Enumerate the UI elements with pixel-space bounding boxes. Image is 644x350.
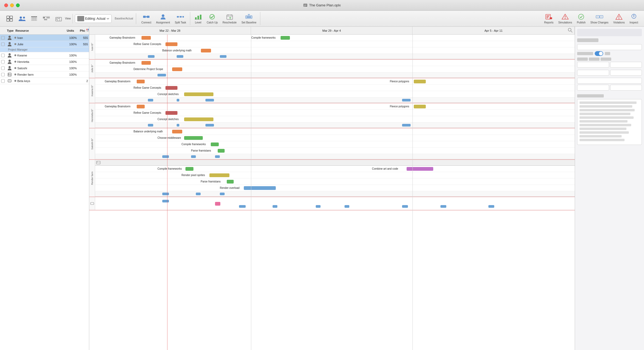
concept-sketches-bar-kwame xyxy=(184,92,213,96)
rp-field-2b[interactable] xyxy=(610,62,642,68)
svg-rect-5 xyxy=(10,16,13,18)
svg-rect-52 xyxy=(550,17,552,19)
gantt-area: Mar 22 - Mar 28 Mar 29 - Apr 4 Apr 5 - A… xyxy=(89,27,575,350)
close-button[interactable] xyxy=(4,3,8,7)
henrietta-checkbox[interactable] xyxy=(0,60,6,64)
henrietta-units: 100% xyxy=(65,60,78,63)
header-phc: Phc xyxy=(76,29,86,32)
header-bar xyxy=(86,28,89,34)
resource-row-ivan[interactable]: Ivan 100% 555 xyxy=(0,35,89,41)
rp-field-5b[interactable] xyxy=(610,85,642,91)
ivan-section-label: Ivan Đ° xyxy=(89,35,95,59)
svg-rect-70 xyxy=(1,36,5,39)
connect-button[interactable]: Connect xyxy=(139,12,153,25)
level-label: Level xyxy=(195,21,201,24)
violations-button[interactable]: Violations xyxy=(611,12,627,25)
satoshi-checkbox[interactable] xyxy=(0,66,6,70)
balance-math-bar-ivan xyxy=(201,49,211,52)
svg-rect-10 xyxy=(31,16,37,17)
rp-field-2a[interactable] xyxy=(577,62,609,68)
rp-field-3b[interactable] xyxy=(610,70,642,76)
reports-button[interactable]: Reports xyxy=(542,12,556,25)
ivan-name: Ivan xyxy=(13,36,65,39)
set-baseline-button[interactable]: Set Baseline xyxy=(239,12,258,25)
toolbar: View Editing: Actual Baseline/Actual Con… xyxy=(0,11,644,27)
rp-field-4[interactable] xyxy=(577,78,642,84)
svg-rect-69 xyxy=(87,31,89,31)
satoshi-row-1: Balance underlying math xyxy=(95,128,575,135)
ivan-section: Ivan Đ° Gameplay Brainstorm Compile fram… xyxy=(89,35,575,60)
window-controls[interactable] xyxy=(4,3,20,7)
split-task-button[interactable]: Split Task xyxy=(173,12,188,25)
rp-field-1[interactable] xyxy=(577,44,642,50)
parse-framistans-bar-satoshi xyxy=(218,149,225,153)
resource-row-betakeys[interactable]: Beta keys 2 xyxy=(0,78,89,84)
resource-row-julie[interactable]: Julie 100% 555 xyxy=(0,41,89,47)
renderfarm-checkbox[interactable] xyxy=(0,73,6,76)
betakeys-checkbox[interactable] xyxy=(0,79,6,83)
titlebar: The Game Plan.oplx xyxy=(0,0,644,11)
reschedule-button[interactable]: Reschedule xyxy=(220,12,239,25)
view-map-button[interactable] xyxy=(53,14,64,23)
catch-up-button[interactable]: Catch Up xyxy=(205,12,220,25)
reschedule-label: Reschedule xyxy=(222,21,237,24)
julie-subtitle: Project Manager xyxy=(0,47,89,52)
kwame-checkbox[interactable] xyxy=(0,54,6,57)
assignment-button[interactable]: Assignment xyxy=(154,12,172,25)
svg-rect-21 xyxy=(56,18,57,19)
ivan-checkbox[interactable] xyxy=(0,36,6,40)
betakeys-phc: 2 xyxy=(78,79,89,83)
svg-rect-50 xyxy=(546,17,549,17)
resource-row-renderfarm[interactable]: Render farm 100% xyxy=(0,71,89,78)
rp-toggle-1 xyxy=(577,51,642,56)
svg-point-56 xyxy=(578,14,584,19)
rp-field-5a[interactable] xyxy=(577,85,609,91)
view-timeline-button[interactable] xyxy=(40,14,52,23)
renderfarm-overalloc-row xyxy=(95,191,575,197)
svg-rect-29 xyxy=(177,16,179,17)
minimize-button[interactable] xyxy=(10,3,14,7)
renderfarm-row-3: Parse framistans xyxy=(95,178,575,185)
svg-rect-74 xyxy=(1,54,5,57)
publish-label: Publish xyxy=(577,21,586,24)
satoshi-row-3: Compile frameworks xyxy=(95,141,575,148)
inspect-button[interactable]: Inspect xyxy=(627,12,640,25)
toggle-switch-1[interactable] xyxy=(595,51,603,56)
henrietta-row-2: Refine Game Concepts xyxy=(95,110,575,116)
view-people-button[interactable] xyxy=(16,14,28,23)
satoshi-section: Satoshi Đ° Balance underlying math Choos… xyxy=(89,128,575,160)
maximize-button[interactable] xyxy=(16,3,20,7)
rp-top-selector[interactable] xyxy=(577,29,642,36)
rp-label-1 xyxy=(577,38,598,42)
renderfarm-row-4: Render overload xyxy=(95,185,575,191)
julie-checkbox[interactable] xyxy=(0,42,6,46)
reports-label: Reports xyxy=(544,21,553,24)
henrietta-row-1: Gameplay Brainstorm Fleece polygons xyxy=(95,103,575,110)
svg-rect-16 xyxy=(43,17,45,18)
svg-rect-92 xyxy=(96,161,100,164)
editing-mode-label: Editing: Actual xyxy=(85,17,106,21)
simulations-button[interactable]: Simulations xyxy=(556,12,574,25)
resource-row-satoshi[interactable]: Satoshi 100% xyxy=(0,65,89,71)
rp-field-3a[interactable] xyxy=(577,70,609,76)
svg-rect-3 xyxy=(304,6,306,6)
choose-middleware-bar xyxy=(184,136,203,140)
svg-rect-86 xyxy=(1,79,5,83)
gameplay-brainstorm-bar-henrietta xyxy=(137,105,145,108)
view-table-button[interactable] xyxy=(28,14,40,23)
renderfarm-icon-row xyxy=(95,160,575,166)
resource-row-kwame[interactable]: Kwame 100% xyxy=(0,52,89,59)
satoshi-row-2: Choose middleware xyxy=(95,135,575,141)
gantt-search-icon[interactable] xyxy=(568,28,573,33)
view-label: View xyxy=(65,17,71,20)
gantt-rows[interactable]: Ivan Đ° Gameplay Brainstorm Compile fram… xyxy=(89,35,575,350)
level-button[interactable]: Level xyxy=(192,12,204,25)
resource-row-henrietta[interactable]: Henrietta 100% xyxy=(0,59,89,65)
publish-button[interactable]: Publish xyxy=(575,12,588,25)
show-changes-button[interactable]: Show Changes xyxy=(588,12,611,25)
view-grid-button[interactable] xyxy=(4,14,15,23)
main-area: Type Resource Units Phc Ivan xyxy=(0,27,644,350)
editing-selector[interactable]: Editing: Actual xyxy=(75,14,112,23)
svg-rect-36 xyxy=(200,15,201,19)
rp-text-area[interactable] xyxy=(577,99,642,145)
